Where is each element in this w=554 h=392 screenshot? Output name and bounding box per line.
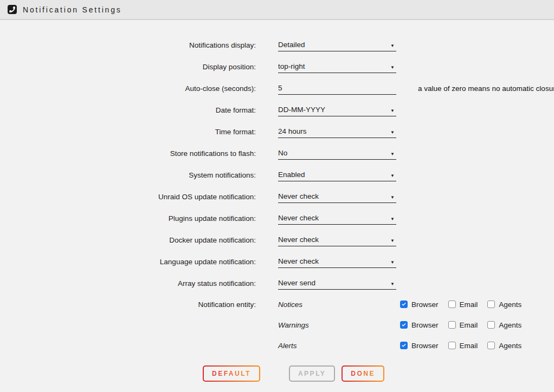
select-value: Never check — [278, 236, 319, 244]
array-status-notification-label: Array status notification: — [0, 279, 256, 288]
unchecked-checkbox-icon — [448, 300, 456, 308]
form-row: Auto-close (seconds):a value of zero mea… — [0, 77, 554, 99]
warnings-email-checkbox[interactable]: Email — [448, 321, 478, 329]
date-format-label: Date format: — [0, 106, 256, 114]
checkbox-group-row: BrowserEmailAgents — [400, 300, 531, 309]
check-icon — [401, 322, 407, 328]
alerts-browser-checkbox[interactable]: Browser — [400, 342, 439, 350]
display-position-label: Display position: — [0, 63, 256, 71]
button-face: APPLY — [290, 367, 334, 381]
select-value: 24 hours — [278, 127, 307, 135]
notices-email-checkbox[interactable]: Email — [448, 300, 478, 309]
select-value: DD-MM-YYYY — [278, 106, 325, 114]
select-value: No — [278, 149, 287, 157]
notification-entity-section: Notification entity:NoticesBrowserEmailA… — [0, 294, 554, 356]
unchecked-checkbox-icon — [487, 342, 495, 349]
select-value: Never check — [278, 257, 319, 265]
unchecked-checkbox-icon — [448, 321, 456, 329]
checkbox-label: Agents — [499, 300, 521, 309]
store-notifications-to-flash-label: Store notifications to flash: — [0, 149, 256, 158]
check-icon — [401, 343, 407, 348]
system-notifications-select[interactable]: Enabled▼ — [278, 168, 396, 181]
select-value: Never send — [278, 279, 315, 287]
dropdown-arrow-icon: ▼ — [390, 66, 395, 70]
system-notifications-label: System notifications: — [0, 171, 256, 179]
dropdown-arrow-icon: ▼ — [390, 130, 395, 135]
select-value: Enabled — [278, 171, 305, 179]
warnings-agents-checkbox[interactable]: Agents — [487, 321, 521, 329]
settings-form: Notifications display:Detailed▼Display p… — [0, 20, 554, 382]
dropdown-arrow-icon: ▼ — [390, 152, 395, 156]
form-row: System notifications:Enabled▼ — [0, 164, 554, 186]
language-update-notification-label: Language update notification: — [0, 258, 256, 266]
button-label: DONE — [351, 370, 375, 377]
button-label: APPLY — [298, 370, 326, 377]
plugins-update-notification-select[interactable]: Never check▼ — [278, 212, 396, 225]
form-row: Array status notification:Never send▼ — [0, 272, 554, 294]
plugins-update-notification-label: Plugins update notification: — [0, 214, 256, 223]
entity-row: WarningsBrowserEmailAgents — [0, 315, 554, 335]
warnings-browser-checkbox[interactable]: Browser — [400, 321, 439, 329]
entity-row: AlertsBrowserEmailAgents — [0, 335, 554, 356]
form-row: Date format:DD-MM-YYYY▼ — [0, 99, 554, 121]
dropdown-arrow-icon: ▼ — [390, 109, 395, 113]
notices-entity-label: Notices — [278, 300, 400, 309]
apply-button[interactable]: APPLY — [289, 365, 335, 382]
dropdown-arrow-icon: ▼ — [390, 239, 395, 243]
notices-browser-checkbox[interactable]: Browser — [400, 300, 439, 309]
default-button[interactable]: DEFAULT — [203, 365, 260, 382]
select-value: top-right — [278, 62, 305, 70]
array-status-notification-select[interactable]: Never send▼ — [278, 277, 396, 290]
dropdown-arrow-icon: ▼ — [390, 282, 395, 286]
alerts-entity-label: Alerts — [278, 342, 400, 350]
form-row: Time format:24 hours▼ — [0, 121, 554, 142]
unraid-os-update-notification-select[interactable]: Never check▼ — [278, 190, 396, 203]
check-icon — [401, 302, 407, 307]
dropdown-arrow-icon: ▼ — [390, 217, 395, 221]
date-format-select[interactable]: DD-MM-YYYY▼ — [278, 103, 396, 116]
button-face: DEFAULT — [204, 367, 259, 381]
language-update-notification-select[interactable]: Never check▼ — [278, 255, 396, 268]
form-rows: Notifications display:Detailed▼Display p… — [0, 34, 554, 294]
button-face: DONE — [343, 367, 383, 381]
form-row: Language update notification:Never check… — [0, 251, 554, 272]
checked-checkbox-icon — [400, 321, 408, 329]
button-label: DEFAULT — [212, 370, 251, 377]
notification-entity-label: Notification entity: — [0, 300, 256, 309]
form-row: Plugins update notification:Never check▼ — [0, 207, 554, 229]
auto-close-seconds-label: Auto-close (seconds): — [0, 84, 256, 93]
unchecked-checkbox-icon — [487, 321, 495, 329]
warnings-entity-label: Warnings — [278, 321, 400, 329]
form-row: Store notifications to flash:No▼ — [0, 142, 554, 164]
time-format-select[interactable]: 24 hours▼ — [278, 125, 396, 138]
checkbox-label: Agents — [499, 321, 521, 329]
store-notifications-to-flash-select[interactable]: No▼ — [278, 147, 396, 160]
alerts-email-checkbox[interactable]: Email — [448, 342, 478, 350]
checkbox-label: Browser — [411, 321, 439, 329]
auto-close-seconds-input[interactable] — [278, 82, 396, 95]
select-value: Never check — [278, 192, 319, 200]
form-row: Display position:top-right▼ — [0, 56, 554, 77]
unchecked-checkbox-icon — [448, 342, 456, 349]
display-position-select[interactable]: top-right▼ — [278, 60, 396, 73]
notifications-display-select[interactable]: Detailed▼ — [278, 38, 396, 51]
docker-update-notification-select[interactable]: Never check▼ — [278, 233, 396, 246]
checkbox-label: Email — [460, 321, 478, 329]
form-row: Docker update notification:Never check▼ — [0, 229, 554, 251]
field-note: a value of zero means no automatic closu… — [418, 84, 554, 93]
checkbox-label: Browser — [411, 342, 439, 350]
checkbox-label: Email — [460, 300, 478, 309]
notices-agents-checkbox[interactable]: Agents — [487, 300, 521, 309]
checked-checkbox-icon — [400, 300, 408, 308]
time-format-label: Time format: — [0, 128, 256, 136]
dropdown-arrow-icon: ▼ — [390, 174, 395, 178]
unraid-os-update-notification-label: Unraid OS update notification: — [0, 193, 256, 201]
checkbox-label: Email — [460, 342, 478, 350]
alerts-agents-checkbox[interactable]: Agents — [487, 342, 521, 350]
unchecked-checkbox-icon — [487, 300, 495, 308]
checkbox-label: Browser — [411, 300, 439, 309]
page-header: Notification Settings — [0, 0, 554, 20]
done-button[interactable]: DONE — [342, 365, 384, 382]
checkbox-label: Agents — [499, 342, 521, 350]
select-value: Never check — [278, 214, 319, 222]
